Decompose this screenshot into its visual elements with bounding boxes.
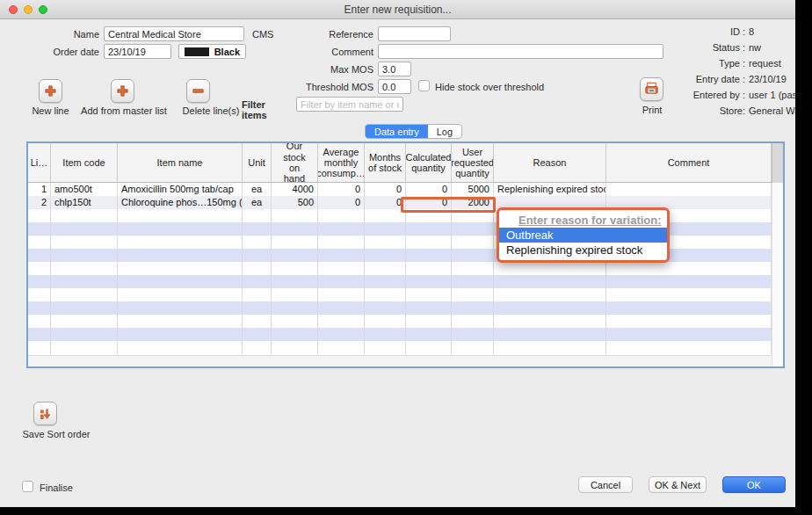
empty-table-row[interactable] [28, 288, 772, 301]
table-cell[interactable] [272, 341, 318, 354]
table-cell[interactable] [51, 236, 118, 249]
new-line-button[interactable] [39, 79, 62, 103]
table-cell[interactable] [243, 301, 272, 315]
table-cell[interactable] [452, 262, 494, 275]
table-cell[interactable] [606, 341, 772, 354]
ok-next-button[interactable]: OK & Next [649, 476, 707, 493]
table-cell[interactable] [243, 288, 272, 301]
table-cell[interactable] [318, 288, 365, 301]
table-cell[interactable] [452, 236, 494, 249]
table-cell[interactable]: 0 [365, 196, 406, 209]
tab-log[interactable]: Log [428, 125, 461, 138]
table-cell[interactable] [406, 249, 452, 262]
table-cell[interactable] [51, 222, 118, 236]
table-cell[interactable] [243, 222, 272, 236]
table-cell[interactable] [118, 328, 243, 341]
finalise-checkbox[interactable] [22, 481, 33, 492]
reason-option[interactable]: Outbreak [499, 228, 667, 243]
table-cell[interactable] [118, 209, 243, 222]
table-cell[interactable] [318, 222, 365, 236]
table-row[interactable]: 1amo500tAmoxicillin 500mg tab/capea40000… [28, 183, 772, 196]
header-cell[interactable]: Reason [494, 143, 606, 182]
filter-items-input[interactable] [296, 97, 403, 112]
table-cell[interactable] [118, 262, 243, 275]
table-cell[interactable]: 0 [318, 183, 365, 196]
table-cell[interactable] [28, 341, 51, 354]
table-cell[interactable] [494, 341, 606, 354]
table-cell[interactable] [272, 249, 318, 262]
table-cell[interactable] [494, 315, 606, 328]
table-cell[interactable]: amo500t [51, 183, 118, 196]
add-from-master-list-button[interactable] [111, 79, 134, 103]
table-cell[interactable]: ea [243, 183, 272, 196]
table-cell[interactable] [272, 315, 318, 328]
table-cell[interactable] [28, 275, 51, 288]
header-cell[interactable]: Unit [243, 143, 272, 182]
table-cell[interactable] [51, 262, 118, 275]
table-cell[interactable] [272, 236, 318, 249]
table-cell[interactable] [28, 249, 51, 262]
table-cell[interactable] [318, 275, 365, 288]
table-cell[interactable] [606, 315, 772, 328]
table-cell[interactable] [452, 315, 494, 328]
table-cell[interactable] [365, 209, 406, 222]
table-cell[interactable] [51, 301, 118, 315]
header-cell[interactable]: Item code [51, 143, 118, 182]
table-cell[interactable] [243, 262, 272, 275]
table-cell[interactable] [272, 301, 318, 315]
empty-table-row[interactable] [28, 315, 772, 328]
delete-lines-button[interactable] [186, 79, 210, 103]
table-cell[interactable] [318, 315, 365, 328]
table-cell[interactable] [51, 249, 118, 262]
table-cell[interactable] [118, 315, 243, 328]
comment-field[interactable] [378, 44, 663, 59]
table-cell[interactable] [406, 341, 452, 354]
table-cell[interactable] [243, 341, 272, 354]
table-cell[interactable] [365, 315, 406, 328]
table-cell[interactable] [406, 288, 452, 301]
table-cell[interactable] [28, 209, 51, 222]
table-cell[interactable] [452, 301, 494, 315]
table-cell[interactable] [272, 222, 318, 236]
threshold-mos-field[interactable] [378, 79, 411, 94]
table-cell[interactable] [365, 236, 406, 249]
table-cell[interactable] [28, 222, 51, 236]
table-cell[interactable] [118, 301, 243, 315]
table-cell[interactable] [272, 275, 318, 288]
table-cell[interactable] [406, 328, 452, 341]
table-cell[interactable] [243, 275, 272, 288]
table-cell[interactable] [51, 328, 118, 341]
table-cell[interactable]: ea [243, 196, 272, 209]
max-mos-field[interactable] [378, 62, 411, 76]
hide-stock-checkbox[interactable] [418, 80, 430, 91]
table-cell[interactable] [494, 275, 606, 288]
table-cell[interactable] [51, 341, 118, 354]
table-cell[interactable] [118, 341, 243, 354]
table-cell[interactable] [318, 328, 365, 341]
table-cell[interactable]: 2 [28, 196, 51, 209]
empty-table-row[interactable] [28, 328, 772, 341]
table-cell[interactable] [606, 262, 772, 275]
table-cell[interactable] [452, 249, 494, 262]
reference-field[interactable] [378, 26, 451, 41]
table-cell[interactable] [606, 288, 772, 301]
table-cell[interactable] [606, 183, 772, 196]
table-cell[interactable] [365, 288, 406, 301]
table-cell[interactable] [365, 262, 406, 275]
table-cell[interactable] [406, 209, 452, 222]
table-cell[interactable]: 0 [406, 196, 452, 209]
table-cell[interactable]: Replenishing expired stock [494, 183, 606, 196]
table-cell[interactable] [406, 315, 452, 328]
table-cell[interactable] [243, 315, 272, 328]
table-cell[interactable] [606, 301, 772, 315]
header-cell[interactable]: Average monthly consump… [318, 143, 365, 182]
table-cell[interactable] [365, 301, 406, 315]
ok-button[interactable]: OK [722, 476, 786, 493]
table-cell[interactable] [243, 209, 272, 222]
empty-table-row[interactable] [28, 262, 772, 275]
table-cell[interactable] [51, 288, 118, 301]
table-cell[interactable] [452, 209, 494, 222]
color-select[interactable]: Black [178, 44, 246, 59]
table-cell[interactable]: 1 [28, 183, 51, 196]
table-cell[interactable] [118, 288, 243, 301]
